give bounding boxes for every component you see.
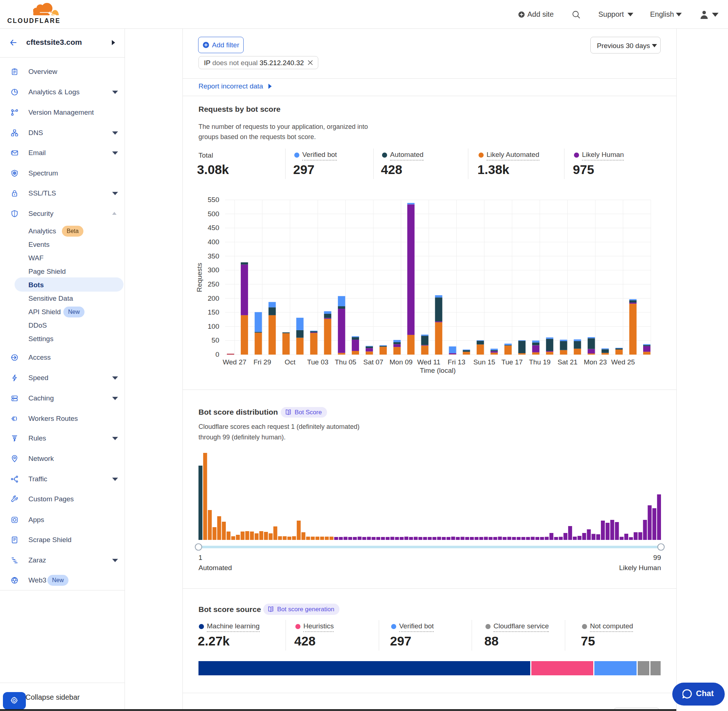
svg-text:150: 150 [208, 308, 219, 316]
svg-text:400: 400 [208, 238, 219, 246]
svg-text:350: 350 [208, 252, 219, 260]
svg-text:Mon 09: Mon 09 [390, 358, 413, 366]
svg-text:Wed 27: Wed 27 [223, 358, 246, 366]
svg-text:1: 1 [198, 554, 202, 561]
svg-text:Mon 23: Mon 23 [584, 358, 607, 366]
svg-text:Thu 19: Thu 19 [529, 358, 551, 366]
svg-text:Oct: Oct [285, 358, 296, 366]
svg-text:300: 300 [208, 266, 219, 274]
svg-text:450: 450 [208, 224, 219, 232]
svg-text:Wed 25: Wed 25 [611, 358, 635, 366]
svg-text:0: 0 [215, 351, 219, 358]
svg-text:Requests: Requests [196, 263, 203, 292]
svg-text:250: 250 [208, 280, 219, 288]
svg-text:Tue 17: Tue 17 [502, 358, 523, 366]
svg-text:99: 99 [653, 554, 661, 561]
svg-text:Sat 07: Sat 07 [363, 358, 384, 366]
svg-text:Time (local): Time (local) [420, 367, 456, 374]
svg-text:Automated: Automated [198, 564, 232, 572]
svg-text:Tue 03: Tue 03 [307, 358, 328, 366]
svg-text:Fri 13: Fri 13 [447, 358, 465, 366]
svg-text:Sat 21: Sat 21 [558, 358, 577, 366]
svg-text:100: 100 [208, 323, 219, 330]
svg-text:Thu 05: Thu 05 [335, 358, 356, 366]
svg-text:Wed 11: Wed 11 [417, 358, 441, 366]
svg-text:200: 200 [208, 295, 219, 302]
svg-text:550: 550 [208, 196, 219, 204]
svg-text:50: 50 [211, 336, 219, 344]
svg-text:Likely Human: Likely Human [619, 564, 661, 572]
svg-text:Sun 15: Sun 15 [473, 358, 495, 366]
svg-text:Fri 29: Fri 29 [254, 358, 271, 366]
svg-text:500: 500 [208, 210, 219, 218]
